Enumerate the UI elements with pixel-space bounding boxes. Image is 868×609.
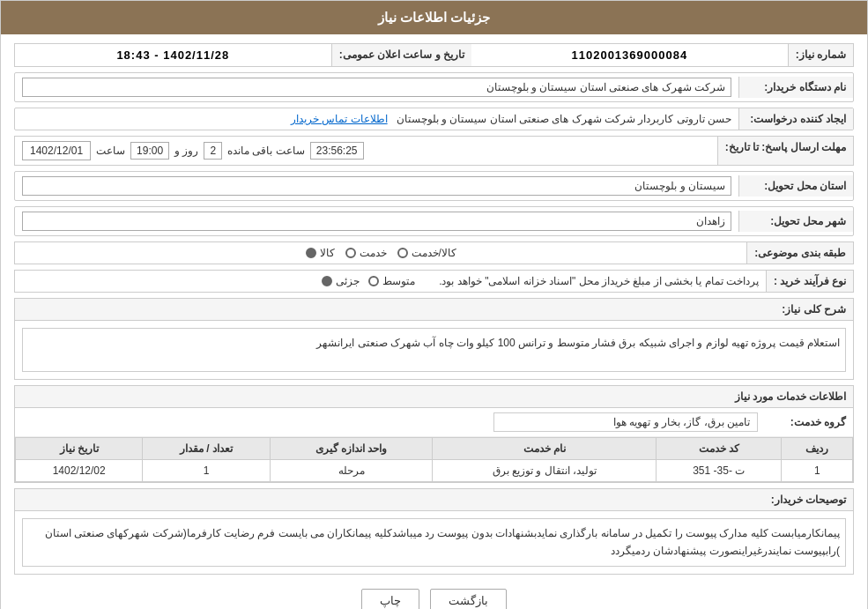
mohlat-row: مهلت ارسال پاسخ: تا تاریخ: 23:56:25 ساعت… [14,136,854,166]
services-table-wrapper: ردیف کد خدمت نام خدمت واحد اندازه گیری ت… [15,437,853,482]
shomara-row: شماره نیاز: 1102001369000084 تاریخ و ساع… [14,43,854,67]
col-vahid: واحد اندازه گیری [270,438,433,460]
tafzilat-text: پیمانکارمیابست کلیه مدارک پیوست را تکمیل… [45,527,840,557]
table-row: 1ت -35- 351تولید، انتقال و توزیع برقمرحل… [16,460,853,482]
ijad-row: ایجاد کننده درخواست: حسن تاروتی کاربردار… [14,108,854,130]
shahr-row: شهر محل تحویل: زاهدان [14,206,854,236]
table-header-row: ردیف کد خدمت نام خدمت واحد اندازه گیری ت… [16,438,853,460]
ostan-input: سیستان و بلوچستان [22,176,731,196]
noeh-value: پرداخت تمام یا بخشی از مبلغ خریداز محل "… [15,271,766,292]
saat-value: 19:00 [130,142,169,160]
tarikh-pub-label: تاریخ و ساعت اعلان عمومی: [331,44,471,66]
shahr-label: شهر محل تحویل: [738,211,853,232]
shomara-value: 1102001369000084 [471,44,788,66]
shomara-label: شماره نیاز: [788,44,853,66]
radio-jazzi[interactable]: جزئی [322,275,360,287]
col-nam: نام خدمت [433,438,657,460]
grouh-row: گروه خدمت: تامین برق، گاز، بخار و تهویه … [15,408,853,437]
roz-value: 2 [204,142,222,160]
print-button[interactable]: چاپ [361,589,419,609]
radio-kala-khadamat-circle [397,248,408,258]
baqi-label: ساعت باقی مانده [227,145,305,157]
col-tarikh: تاریخ نیاز [16,438,143,460]
back-button[interactable]: بازگشت [430,589,507,609]
sharh-header: شرح کلی نیاز: [15,299,853,321]
nam-row: نام دستگاه خریدار: شرکت شهرک های صنعتی ا… [14,72,854,102]
grouh-label: گروه خدمت: [767,416,846,428]
ijad-link[interactable]: اطلاعات تماس خریدار [291,113,388,125]
noeh-desc: پرداخت تمام یا بخشی از مبلغ خریداز محل "… [439,275,759,287]
radio-kala-label: کالا [320,247,335,259]
tabaqe-value: کالا/خدمت خدمت کالا [15,242,746,264]
tabaqe-row: طبقه بندی موضوعی: کالا/خدمت خدمت کالا [14,241,854,264]
saat-label: ساعت [96,145,125,157]
khadamat-section: اطلاعات خدمات مورد نیاز گروه خدمت: تامین… [14,385,854,483]
content-area: شماره نیاز: 1102001369000084 تاریخ و ساع… [1,34,867,609]
tafzilat-box: پیمانکارمیابست کلیه مدارک پیوست را تکمیل… [22,518,846,567]
col-kod: کد خدمت [656,438,782,460]
sharh-section: شرح کلی نیاز: استعلام قیمت پروژه تهیه لو… [14,298,854,380]
grouh-value: تامین برق، گاز، بخار و تهویه هوا [22,412,767,432]
radio-khadamat[interactable]: خدمت [345,247,387,259]
ostan-value: سیستان و بلوچستان [15,172,738,200]
radio-khadamat-circle [345,248,356,258]
radio-motavasset-label: متوسط [382,275,415,287]
tafzilat-content: پیمانکارمیابست کلیه مدارک پیوست را تکمیل… [15,511,853,574]
services-table: ردیف کد خدمت نام خدمت واحد اندازه گیری ت… [15,437,853,482]
ijad-value: حسن تاروتی کاربردار شرکت شهرک های صنعتی … [15,108,738,130]
ijad-label: ایجاد کننده درخواست: [738,108,853,130]
col-radif: ردیف [782,438,853,460]
btn-row: بازگشت چاپ [14,580,854,609]
noeh-label: نوع فرآیند خرید : [766,271,853,292]
tabaqe-label: طبقه بندی موضوعی: [746,242,853,264]
sharh-text: استعلام قیمت پروژه تهیه لوازم و اجرای شب… [316,337,840,349]
nam-input: شرکت شهرک های صنعتی استان سیستان و بلوچس… [22,78,731,97]
tafzilat-section: توصیحات خریدار: پیمانکارمیابست کلیه مدار… [14,488,854,575]
sharh-content: استعلام قیمت پروژه تهیه لوازم و اجرای شب… [15,321,853,379]
col-tedad: تعداد / مقدار [143,438,270,460]
baqi-value: 23:56:25 [310,142,364,160]
tafzilat-header: توصیحات خریدار: [15,489,853,511]
radio-motavasset-circle [368,276,379,286]
mohlat-value: 23:56:25 ساعت باقی مانده 2 روز و 19:00 س… [15,137,717,165]
radio-kala[interactable]: کالا [306,247,335,259]
page-header: جزئیات اطلاعات نیاز [1,1,867,34]
tarikh-pub-value: 1402/11/28 - 18:43 [15,44,331,66]
khadamat-header: اطلاعات خدمات مورد نیاز [15,386,853,408]
grouh-box: تامین برق، گاز، بخار و تهویه هوا [493,412,758,432]
sharh-box: استعلام قیمت پروژه تهیه لوازم و اجرای شب… [22,328,846,372]
shahr-input: زاهدان [22,212,731,231]
page-title: جزئیات اطلاعات نیاز [378,10,490,25]
radio-kala-circle [306,248,316,258]
radio-motavasset[interactable]: متوسط [368,275,415,287]
ostan-row: استان محل تحویل: سیستان و بلوچستان [14,171,854,201]
noeh-row: نوع فرآیند خرید : پرداخت تمام یا بخشی از… [14,270,854,293]
radio-jazzi-circle [322,276,332,286]
radio-jazzi-label: جزئی [336,275,360,287]
shahr-value: زاهدان [15,207,738,235]
radio-kala-khadamat-label: کالا/خدمت [412,247,456,259]
date-value: 1402/12/01 [22,141,91,160]
nam-label: نام دستگاه خریدار: [738,77,853,98]
mohlat-label: مهلت ارسال پاسخ: تا تاریخ: [717,137,853,165]
radio-khadamat-label: خدمت [360,247,387,259]
nam-value: شرکت شهرک های صنعتی استان سیستان و بلوچس… [15,73,738,101]
roz-label: روز و [174,145,198,157]
page-wrapper: جزئیات اطلاعات نیاز شماره نیاز: 11020013… [0,0,868,609]
ostan-label: استان محل تحویل: [738,175,853,197]
radio-kala-khadamat[interactable]: کالا/خدمت [397,247,456,259]
